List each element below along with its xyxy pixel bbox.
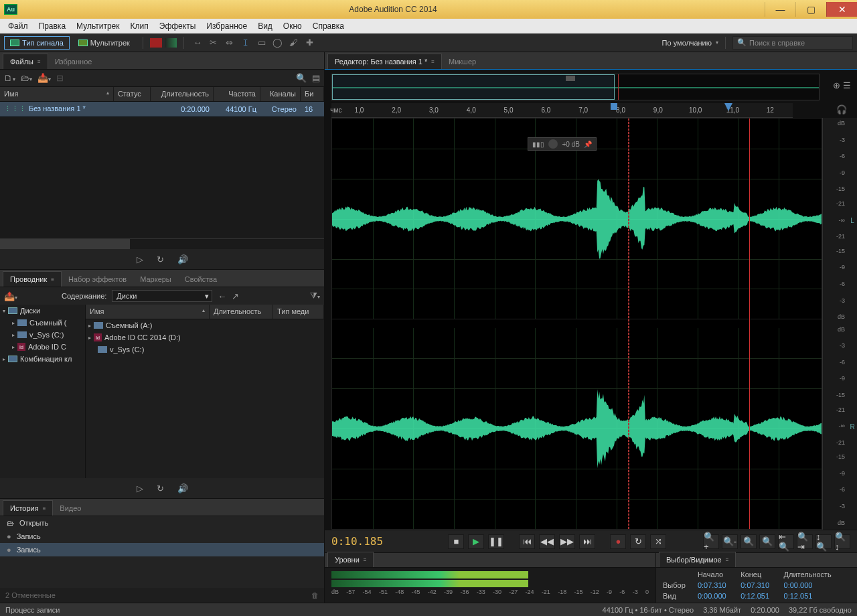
tab-favorites[interactable]: Избранное xyxy=(48,54,99,69)
record-icon: ● xyxy=(7,546,11,554)
new-file-icon[interactable]: 🗋▾ xyxy=(4,73,15,83)
lasso-tool-icon[interactable]: ◯ xyxy=(271,36,285,50)
slip-tool-icon[interactable]: ⇔ xyxy=(223,36,236,50)
overview-scroll[interactable] xyxy=(331,74,820,100)
zoom-sel-icon[interactable]: 🔍 xyxy=(759,534,775,549)
preview-autoplay-icon[interactable]: 🔊 xyxy=(177,254,188,264)
sel-dur[interactable]: 0:00.000 xyxy=(783,580,852,591)
sel-end[interactable]: 0:07.310 xyxy=(739,580,782,591)
heal-tool-icon[interactable]: ✚ xyxy=(303,36,317,50)
trash-icon[interactable]: 🗑 xyxy=(311,591,319,599)
br-play-icon[interactable]: ▷ xyxy=(137,483,143,493)
menu-window[interactable]: Окно xyxy=(278,20,307,32)
loop-button[interactable]: ↻ xyxy=(630,534,646,549)
help-search[interactable]: 🔍 Поиск в справке xyxy=(732,36,853,50)
goto-start-button[interactable]: ⏮ xyxy=(519,534,535,549)
record-button[interactable]: ● xyxy=(610,534,626,549)
marquee-tool-icon[interactable]: ▭ xyxy=(255,36,268,50)
drive-icon xyxy=(17,331,27,338)
stop-button[interactable]: ■ xyxy=(448,534,464,549)
browser-filter-icon[interactable]: ⧩▾ xyxy=(310,291,320,301)
workspace-dropdown[interactable]: По умолчанию▾ xyxy=(662,39,718,47)
zoom-in-icon[interactable]: 🔍+ xyxy=(703,534,719,549)
goto-end-button[interactable]: ⏭ xyxy=(579,534,595,549)
tab-editor[interactable]: Редактор: Без названия 1 * ≡ xyxy=(327,54,442,69)
menu-favorites[interactable]: Избранное xyxy=(201,20,252,32)
swatch-spectral[interactable] xyxy=(150,38,162,48)
headphone-icon[interactable]: 🎧 xyxy=(836,104,847,114)
tab-files[interactable]: Файлы ≡ xyxy=(3,54,48,69)
close-button[interactable]: ✕ xyxy=(826,2,857,17)
view-end[interactable]: 0:12.051 xyxy=(739,591,782,601)
zoom-vert-in-icon[interactable]: ↕🔍 xyxy=(815,534,832,549)
contents-dropdown[interactable]: Диски xyxy=(112,290,212,302)
menu-clip[interactable]: Клип xyxy=(125,20,154,32)
tab-markers[interactable]: Маркеры xyxy=(133,272,178,287)
view-list-icon[interactable]: ☰ xyxy=(843,80,851,90)
razor-tool-icon[interactable]: ✂ xyxy=(207,36,220,50)
maximize-button[interactable]: ▢ xyxy=(795,2,826,17)
timecode[interactable]: 0:10.185 xyxy=(331,535,418,548)
forward-button[interactable]: ▶▶ xyxy=(559,534,575,549)
zoom-vert-out-icon[interactable]: 🔍↕ xyxy=(834,534,850,549)
move-tool-icon[interactable]: ↔ xyxy=(191,36,204,50)
import-icon[interactable]: 📥▾ xyxy=(37,73,51,83)
menu-file[interactable]: Файл xyxy=(3,20,33,32)
tab-video[interactable]: Видео xyxy=(53,501,88,516)
rewind-button[interactable]: ◀◀ xyxy=(539,534,555,549)
files-hscroll[interactable] xyxy=(0,238,324,249)
time-ruler[interactable]: чмс 1,02,03,04,05,06,07,08,09,010,011,01… xyxy=(331,103,793,118)
hud-gain[interactable]: ▮▮▯ +0 dB 📌 xyxy=(528,137,596,151)
file-row[interactable]: ⋮⋮⋮Без названия 1 * 0:20.000 44100 Гц Ст… xyxy=(0,102,324,117)
skip-sel-button[interactable]: ⤭ xyxy=(650,534,666,549)
search-files-icon[interactable]: 🔍 xyxy=(296,73,307,83)
preview-loop-icon[interactable]: ↻ xyxy=(157,254,164,264)
zoom-nav-icon[interactable]: ⊕ xyxy=(833,80,840,90)
menu-edit[interactable]: Правка xyxy=(33,20,72,32)
view-dur[interactable]: 0:12.051 xyxy=(783,591,852,601)
open-file-icon[interactable]: 🗁▾ xyxy=(21,73,32,83)
history-item[interactable]: ●Запись xyxy=(0,530,324,543)
mode-waveform[interactable]: Тип сигнала xyxy=(4,36,70,50)
waveform-display[interactable]: ▮▮▯ +0 dB 📌 xyxy=(331,118,822,530)
zoom-in-pt-icon[interactable]: ⇤🔍 xyxy=(778,534,794,549)
time-select-tool-icon[interactable]: 𝙸 xyxy=(239,36,252,50)
play-button[interactable]: ▶ xyxy=(468,534,484,549)
browser-fwd-icon[interactable]: ↗ xyxy=(232,291,239,301)
playhead[interactable] xyxy=(749,119,750,529)
tab-mixer[interactable]: Микшер xyxy=(442,54,483,69)
sel-start[interactable]: 0:07.310 xyxy=(696,580,739,591)
tab-properties[interactable]: Свойства xyxy=(178,272,224,287)
menu-help[interactable]: Справка xyxy=(307,20,349,32)
zoom-out-pt-icon[interactable]: 🔍⇥ xyxy=(797,534,813,549)
brush-tool-icon[interactable]: 🖌 xyxy=(287,36,301,50)
filter-files-icon[interactable]: ▤ xyxy=(312,73,320,83)
pin-icon[interactable]: 📌 xyxy=(584,141,592,148)
pause-button[interactable]: ❚❚ xyxy=(488,534,504,549)
swatch-pitch[interactable] xyxy=(165,38,177,48)
browser-back-icon[interactable]: ← xyxy=(218,291,226,301)
tab-effects-rack[interactable]: Набор эффектов xyxy=(62,272,133,287)
view-start[interactable]: 0:00.000 xyxy=(696,591,739,601)
mode-multitrack[interactable]: Мультитрек xyxy=(72,36,136,50)
minimize-button[interactable]: — xyxy=(765,2,795,17)
br-auto-icon[interactable]: 🔊 xyxy=(177,483,188,493)
tab-history[interactable]: История ≡ xyxy=(3,500,53,516)
files-columns[interactable]: Имя ▴ Статус Длительность Частота Каналы… xyxy=(0,87,324,102)
selection-region[interactable] xyxy=(628,119,629,529)
tab-levels[interactable]: Уровни ≡ xyxy=(327,552,374,567)
zoom-full-icon[interactable]: 🔍 xyxy=(741,534,757,549)
tab-selection[interactable]: Выбор/Видимое ≡ xyxy=(659,552,736,567)
preview-play-icon[interactable]: ▷ xyxy=(137,254,143,264)
browser-up-icon[interactable]: 📤▾ xyxy=(4,291,17,301)
history-item[interactable]: ●Запись xyxy=(0,543,324,556)
menu-multitrack[interactable]: Мультитрек xyxy=(71,20,125,32)
tab-browser[interactable]: Проводник ≡ xyxy=(3,271,62,287)
browser-list[interactable]: Имя ▴ Длительность Тип меди ▸Съемный (A:… xyxy=(86,305,324,478)
history-item[interactable]: 🗁Открыть xyxy=(0,516,324,530)
menu-view[interactable]: Вид xyxy=(252,20,278,32)
menu-effects[interactable]: Эффекты xyxy=(154,20,202,32)
br-loop-icon[interactable]: ↻ xyxy=(157,483,164,493)
browser-tree[interactable]: ▾Диски ▸Съемный ( ▸v_Sys (C:) ▸IdAdobe I… xyxy=(0,305,86,478)
zoom-out-icon[interactable]: 🔍- xyxy=(722,534,738,549)
